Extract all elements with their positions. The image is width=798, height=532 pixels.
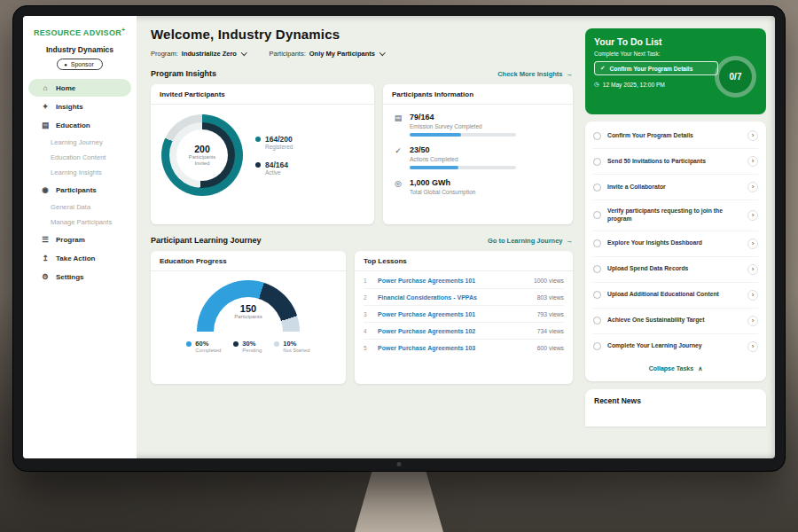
insights-icon: ✦ — [41, 102, 50, 111]
task-row-verify-participants[interactable]: Verify participants requesting to join t… — [593, 200, 758, 231]
check-icon: ✓ — [600, 65, 605, 72]
lesson-link[interactable]: Power Purchase Agreements 103 — [378, 345, 530, 351]
task-label: Upload Additional Educational Content — [607, 291, 741, 299]
chevron-right-icon[interactable]: › — [747, 182, 758, 192]
legend-label: Pending — [242, 348, 262, 353]
chevron-up-icon: ∧ — [698, 365, 702, 372]
chevron-right-icon[interactable]: › — [747, 210, 758, 221]
task-row-achieve-target[interactable]: Achieve One Sustainability Target › — [593, 309, 758, 334]
sidebar-item-insights[interactable]: ✦ Insights — [28, 98, 131, 115]
brand-text: RESOURCE ADVISOR — [34, 28, 121, 37]
chevron-right-icon[interactable]: › — [747, 341, 758, 352]
lesson-link[interactable]: Financial Considerations - VPPAs — [378, 294, 530, 301]
check-more-insights-link[interactable]: Check More Insights → — [497, 70, 573, 78]
sidebar-item-home[interactable]: ⌂ Home — [28, 79, 131, 97]
survey-icon: ▤ — [394, 113, 403, 137]
sidebar-item-take-action[interactable]: ↥ Take Action — [28, 249, 131, 267]
go-to-learning-journey-link[interactable]: Go to Learning Journey → — [488, 237, 573, 245]
sidebar-item-label: Program — [56, 236, 85, 244]
collapse-tasks-link[interactable]: Collapse Tasks ∧ — [593, 359, 758, 379]
program-dropdown[interactable]: Program: Industrialize Zero — [151, 50, 246, 58]
sponsor-label: Sponsor — [71, 61, 94, 67]
program-insights-header: Program Insights Check More Insights → — [151, 69, 573, 78]
lesson-rank: 2 — [364, 294, 371, 301]
sidebar-item-label: Settings — [56, 273, 84, 281]
lesson-link[interactable]: Power Purchase Agreements 101 — [378, 311, 530, 317]
task-row-upload-spend-data[interactable]: Upload Spend Data Records › — [593, 257, 758, 283]
sidebar-item-education-content[interactable]: Education Content — [23, 150, 137, 165]
due-text: 12 May 2025, 12:00 PM — [603, 82, 665, 88]
chevron-right-icon[interactable]: › — [747, 264, 758, 275]
education-icon: ▤ — [41, 121, 50, 129]
sidebar-item-settings[interactable]: ⚙ Settings — [28, 268, 131, 286]
sidebar-item-program[interactable]: ☰ Program — [28, 231, 131, 248]
task-checkbox[interactable] — [593, 184, 601, 192]
legend-registered: 164/200 Registered — [255, 135, 293, 150]
brand-logo: RESOURCE ADVISOR+ — [23, 25, 137, 39]
monitor-power-led — [397, 462, 402, 466]
task-checkbox[interactable] — [593, 239, 601, 247]
gauge-legend: 60% Completed 30% Pending — [186, 340, 309, 353]
chevron-right-icon[interactable]: › — [747, 316, 758, 326]
program-icon: ☰ — [41, 235, 50, 244]
chevron-right-icon[interactable]: › — [747, 239, 758, 249]
task-row-send-invitations[interactable]: Send 50 Invitations to Participants › — [593, 149, 758, 175]
task-checkbox[interactable] — [593, 342, 601, 350]
task-checkbox[interactable] — [593, 265, 601, 273]
sidebar-item-manage-participants[interactable]: Manage Participants — [23, 215, 137, 230]
lesson-row: 5 Power Purchase Agreements 103 600 view… — [364, 340, 564, 356]
task-checkbox[interactable] — [593, 317, 601, 325]
home-icon: ⌂ — [41, 83, 50, 92]
sidebar-item-label: Education — [56, 121, 90, 129]
task-label: Confirm Your Program Details — [607, 132, 741, 140]
sidebar-item-general-data[interactable]: General Data — [23, 200, 137, 215]
task-row-invite-collaborator[interactable]: Invite a Collaborator › — [593, 175, 758, 200]
stat-label: Emission Survey Completed — [410, 123, 516, 129]
donut-center-label: Participants Invited — [184, 154, 221, 167]
task-checkbox[interactable] — [593, 132, 601, 140]
legend-not-started: 10% Not Started — [274, 340, 309, 353]
lessons-list: 1 Power Purchase Agreements 101 1000 vie… — [355, 271, 573, 356]
sidebar-item-participants[interactable]: ◉ Participants — [28, 181, 131, 199]
lesson-row: 1 Power Purchase Agreements 101 1000 vie… — [364, 272, 564, 289]
dashboard-screen: RESOURCE ADVISOR+ Industry Dynamics ● Sp… — [23, 16, 775, 458]
task-checkbox[interactable] — [593, 211, 601, 219]
todo-progress-ring: 0/7 — [715, 56, 756, 98]
learning-journey-header: Participant Learning Journey Go to Learn… — [151, 236, 573, 245]
location-icon: ◎ — [394, 179, 403, 199]
progress-fill — [410, 133, 461, 137]
stat-emission-survey: ▤ 79/164 Emission Survey Completed — [394, 113, 562, 137]
lesson-views: 600 views — [537, 345, 564, 351]
lesson-link[interactable]: Power Purchase Agreements 101 — [378, 278, 527, 284]
lesson-rank: 1 — [364, 278, 371, 284]
sidebar-item-education[interactable]: ▤ Education — [28, 116, 131, 134]
chevron-right-icon[interactable]: › — [747, 130, 758, 141]
task-row-upload-educational-content[interactable]: Upload Additional Educational Content › — [593, 283, 758, 309]
task-row-explore-insights[interactable]: Explore Your Insights Dashboard › — [593, 231, 758, 257]
arrow-right-icon: → — [567, 237, 574, 245]
next-task-pill[interactable]: ✓ Confirm Your Program Details — [594, 61, 718, 75]
stat-actions-completed: ✓ 23/50 Actions Completed — [394, 145, 562, 169]
lesson-link[interactable]: Power Purchase Agreements 102 — [378, 328, 530, 334]
sidebar-item-learning-journey[interactable]: Learning Journey — [23, 135, 137, 150]
participants-dropdown-label: Participants: — [269, 50, 305, 58]
lesson-views: 803 views — [537, 294, 564, 301]
next-task-label: Confirm Your Program Details — [609, 66, 692, 72]
progress-fill — [410, 166, 458, 169]
task-row-confirm-program[interactable]: Confirm Your Program Details › — [593, 123, 758, 149]
stat-label: Total Global Consumption — [410, 189, 475, 195]
link-label: Check More Insights — [497, 70, 562, 78]
donut-legend: 164/200 Registered 84/164 Active — [255, 135, 293, 176]
chevron-right-icon[interactable]: › — [747, 156, 758, 167]
task-checkbox[interactable] — [593, 158, 601, 166]
participants-dropdown[interactable]: Participants: Only My Participants — [269, 50, 384, 58]
stat-value: 1,000 GWh — [410, 178, 475, 187]
donut-center: 200 Participants Invited — [176, 129, 228, 181]
legend-value: 30% — [242, 340, 262, 348]
task-row-complete-journey[interactable]: Complete Your Learning Journey › — [593, 334, 758, 359]
task-checkbox[interactable] — [593, 291, 601, 299]
sidebar-item-learning-insights[interactable]: Learning Insights — [23, 165, 137, 180]
invited-donut-wrap: 200 Participants Invited 164/200 Registe — [151, 105, 374, 196]
task-label: Upload Spend Data Records — [607, 265, 741, 273]
chevron-right-icon[interactable]: › — [747, 290, 758, 301]
